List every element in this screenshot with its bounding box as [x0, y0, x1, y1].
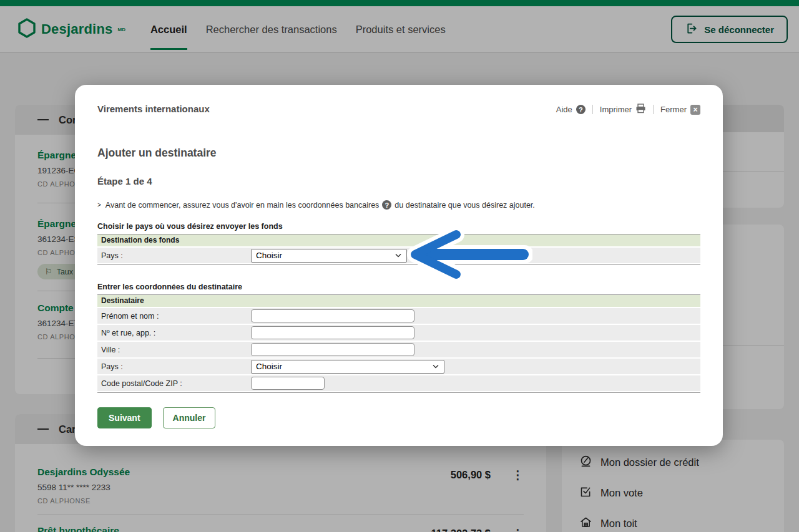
- name-input[interactable]: [251, 309, 414, 322]
- city-row: Ville :: [97, 342, 700, 357]
- help-label: Aide: [556, 105, 572, 114]
- country-label: Pays :: [97, 251, 251, 260]
- funds-section-instruction: Choisir le pays où vous désirez envoyer …: [97, 222, 700, 231]
- intro-before: Avant de commencer, assurez vous d'avoir…: [105, 201, 380, 210]
- chevron-down-icon: [395, 251, 402, 260]
- help-icon: ?: [576, 105, 586, 114]
- name-row: Prénom et nom :: [97, 308, 700, 324]
- cancel-button[interactable]: Annuler: [163, 407, 216, 428]
- funds-table-header: Destination des fonds: [97, 234, 700, 246]
- zip-input[interactable]: [251, 377, 325, 390]
- recipient-country-value: Choisir: [256, 362, 282, 371]
- modal-title: Virements internationaux: [97, 104, 210, 114]
- street-label: Nº et rue, app. :: [97, 329, 251, 337]
- recipient-section-instruction: Entrer les coordonnées du destinataire: [97, 283, 700, 291]
- street-input[interactable]: [251, 326, 414, 339]
- name-label: Prénom et nom :: [97, 312, 251, 321]
- international-transfers-modal: Virements internationaux Aide ? Imprimer…: [75, 85, 723, 446]
- chevron-down-icon: [432, 362, 439, 371]
- country-row: Pays : Choisir: [97, 248, 700, 263]
- intro-marker: >: [97, 201, 101, 208]
- print-button[interactable]: Imprimer: [600, 104, 646, 115]
- recipient-country-select[interactable]: Choisir: [251, 360, 444, 374]
- recipient-table: Destinataire Prénom et nom : Nº et rue, …: [97, 294, 700, 393]
- modal-toolbar: Aide ? Imprimer Fermer ×: [556, 104, 700, 115]
- divider: [97, 264, 700, 265]
- recipient-table-header: Destinataire: [97, 294, 700, 307]
- zip-label: Code postal/Code ZIP :: [97, 379, 251, 388]
- city-input[interactable]: [251, 343, 414, 356]
- step-indicator: Étape 1 de 4: [97, 176, 700, 186]
- funds-table: Destination des fonds Pays : Choisir: [97, 234, 700, 265]
- divider: [97, 392, 700, 393]
- street-row: Nº et rue, app. :: [97, 325, 700, 341]
- recipient-country-label: Pays :: [97, 362, 251, 371]
- destination-country-value: Choisir: [256, 251, 282, 260]
- pointer-arrow-icon: [404, 228, 532, 283]
- print-label: Imprimer: [600, 105, 632, 114]
- close-label: Fermer: [660, 105, 687, 114]
- intro-after: du destinataire que vous désirez ajouter…: [395, 201, 534, 210]
- next-button[interactable]: Suivant: [97, 407, 152, 428]
- destination-country-select[interactable]: Choisir: [251, 249, 407, 263]
- zip-row: Code postal/Code ZIP :: [97, 375, 700, 391]
- help-icon[interactable]: ?: [382, 200, 391, 210]
- close-icon: ×: [690, 105, 700, 115]
- divider: [653, 105, 654, 114]
- help-button[interactable]: Aide ?: [556, 105, 586, 114]
- printer-icon: [635, 104, 646, 115]
- close-button[interactable]: Fermer ×: [660, 105, 700, 115]
- city-label: Ville :: [97, 346, 251, 354]
- recipient-country-row: Pays : Choisir: [97, 359, 700, 374]
- intro-text: > Avant de commencer, assurez vous d'avo…: [97, 200, 700, 210]
- divider: [592, 105, 593, 114]
- form-heading: Ajouter un destinataire: [97, 147, 700, 160]
